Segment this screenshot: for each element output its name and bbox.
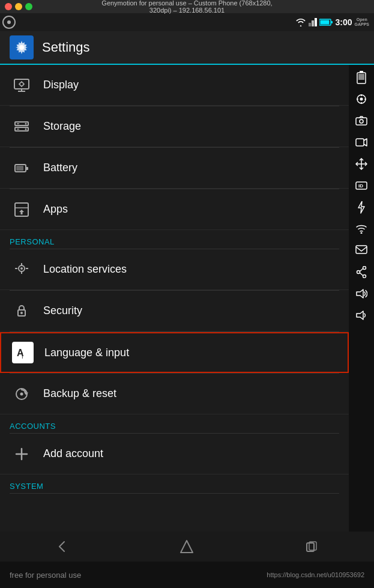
display-icon <box>10 73 34 97</box>
svg-marker-65 <box>357 311 363 320</box>
home-button[interactable] <box>169 535 205 559</box>
security-icon <box>10 299 34 323</box>
language-input-label: Language & input <box>44 347 129 359</box>
svg-rect-58 <box>356 246 367 253</box>
close-button[interactable] <box>5 3 12 10</box>
wifi-icon <box>295 18 306 26</box>
storage-item[interactable]: Storage <box>0 106 349 147</box>
volume-up-sidebar-icon[interactable] <box>350 283 373 304</box>
display-label: Display <box>43 79 79 91</box>
language-input-item[interactable]: A | Language & input <box>0 332 349 373</box>
security-item[interactable]: Security <box>0 291 349 332</box>
time-display: 3:00 <box>335 17 352 27</box>
signal-icon <box>309 18 317 26</box>
battery-sidebar-icon[interactable] <box>350 67 373 88</box>
recents-button[interactable] <box>294 535 330 559</box>
svg-point-49 <box>360 98 363 101</box>
svg-point-20 <box>25 123 27 124</box>
svg-point-51 <box>360 120 363 123</box>
svg-rect-4 <box>331 21 333 23</box>
svg-point-21 <box>25 128 27 130</box>
svg-marker-2 <box>315 18 317 26</box>
svg-point-61 <box>363 275 366 278</box>
status-bar: 3:00 OpenGAPPS <box>0 13 374 31</box>
move-sidebar-icon[interactable] <box>350 154 373 174</box>
add-account-label: Add account <box>43 447 103 460</box>
location-status-icon <box>2 16 16 29</box>
svg-rect-42 <box>360 71 363 73</box>
svg-point-60 <box>357 271 360 274</box>
app-header: Settings <box>0 31 374 65</box>
svg-marker-66 <box>181 541 193 553</box>
svg-marker-64 <box>357 289 363 298</box>
nav-bar <box>0 532 374 562</box>
display-item[interactable]: Display <box>0 65 349 106</box>
wifi-sidebar-icon[interactable] <box>350 219 373 239</box>
svg-point-28 <box>20 267 23 270</box>
settings-list: Display Storage <box>0 65 349 532</box>
language-icon: A | <box>11 341 35 365</box>
gps-sidebar-icon[interactable] <box>350 89 373 109</box>
status-right: 3:00 OpenGAPPS <box>295 17 369 27</box>
title-bar: Genymotion for personal use – Custom Pho… <box>0 0 374 13</box>
backup-label: Backup & reset <box>43 387 116 400</box>
bottom-url-text: https://blog.csdn.net/u010953692 <box>267 571 364 578</box>
volume-down-sidebar-icon[interactable] <box>350 305 373 326</box>
add-account-item[interactable]: Add account <box>0 434 349 474</box>
location-icon <box>10 258 34 282</box>
svg-point-57 <box>361 232 363 234</box>
svg-rect-52 <box>356 139 364 146</box>
minimize-button[interactable] <box>15 3 22 10</box>
personal-section-header: PERSONAL <box>0 230 349 249</box>
system-section-header: SYSTEM <box>0 474 349 493</box>
id-sidebar-icon[interactable]: ID <box>350 175 373 196</box>
main-content: Display Storage <box>0 65 374 532</box>
share-sidebar-icon[interactable] <box>350 262 373 282</box>
battery-icon-item <box>10 156 34 180</box>
storage-label: Storage <box>43 120 81 133</box>
open-gapps-label: OpenGAPPS <box>354 17 369 26</box>
flash-sidebar-icon[interactable] <box>350 197 373 217</box>
security-label: Security <box>43 305 82 317</box>
svg-text:|: | <box>22 352 23 359</box>
svg-rect-23 <box>26 167 28 170</box>
storage-icon <box>10 115 34 139</box>
svg-rect-43 <box>358 74 364 80</box>
window-controls[interactable] <box>5 3 32 10</box>
camera-sidebar-icon[interactable] <box>350 111 373 131</box>
accounts-section-header: ACCOUNTS <box>0 414 349 433</box>
battery-icon <box>319 19 333 26</box>
svg-point-34 <box>20 312 23 314</box>
svg-line-62 <box>360 268 363 271</box>
svg-rect-7 <box>14 79 29 89</box>
battery-item[interactable]: Battery <box>0 148 349 189</box>
maximize-button[interactable] <box>25 3 32 10</box>
svg-rect-24 <box>16 166 23 171</box>
add-account-icon <box>10 442 34 466</box>
svg-marker-1 <box>312 20 314 26</box>
svg-point-11 <box>20 82 23 86</box>
right-sidebar: ID <box>349 65 374 532</box>
svg-rect-5 <box>321 20 330 25</box>
battery-label: Battery <box>43 162 77 174</box>
apps-icon <box>10 198 34 222</box>
back-button[interactable] <box>44 535 80 559</box>
app-title: Settings <box>42 40 90 55</box>
location-label: Location services <box>43 263 127 276</box>
language-input-box: A | <box>12 342 34 363</box>
bottom-left-text: free for personal use <box>10 571 81 580</box>
location-item[interactable]: Location services <box>0 249 349 290</box>
backup-icon <box>10 382 34 406</box>
svg-rect-50 <box>356 118 367 125</box>
svg-marker-0 <box>309 23 311 26</box>
backup-item[interactable]: Backup & reset <box>0 374 349 414</box>
status-left <box>2 16 16 29</box>
settings-app-icon <box>10 35 34 59</box>
svg-text:ID: ID <box>358 183 363 189</box>
message-sidebar-icon[interactable] <box>350 240 373 261</box>
video-sidebar-icon[interactable] <box>350 132 373 153</box>
svg-line-63 <box>360 273 363 275</box>
window-title: Genymotion for personal use – Custom Pho… <box>94 0 281 14</box>
svg-point-59 <box>363 267 366 270</box>
apps-item[interactable]: Apps <box>0 189 349 230</box>
